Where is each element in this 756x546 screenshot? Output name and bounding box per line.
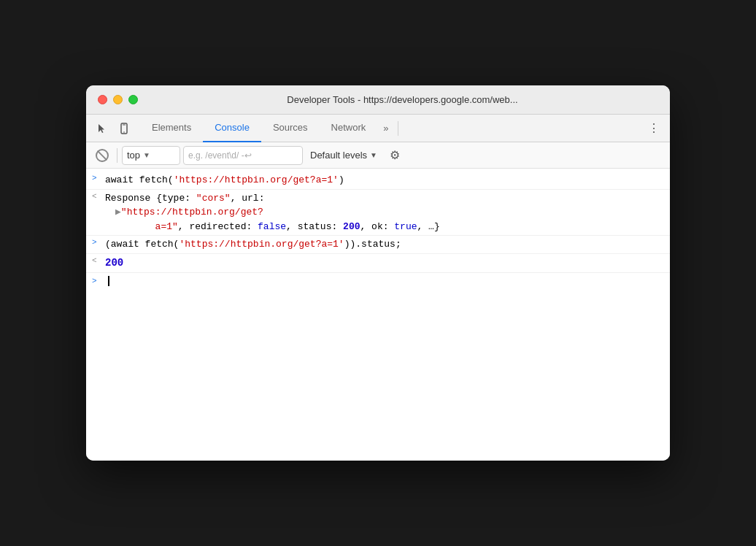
mobile-icon[interactable] [114,118,134,139]
console-output-4: 200 [105,255,664,271]
console-row-2: < Response {type: "cors", url: ▶"https:/… [86,190,670,237]
context-selector[interactable]: top ▼ [122,146,180,165]
context-arrow: ▼ [143,151,150,159]
console-row-1: > await fetch('https://httpbin.org/get?a… [86,172,670,190]
levels-arrow: ▼ [370,151,377,159]
traffic-lights [98,95,138,104]
tab-elements[interactable]: Elements [140,115,203,142]
levels-button[interactable]: Default levels ▼ [306,146,382,165]
tab-menu-button[interactable]: ⋮ [644,118,664,139]
window-title: Developer Tools - https://developers.goo… [147,94,658,105]
minimize-button[interactable] [113,95,123,104]
console-output-2: Response {type: "cors", url: ▶"https://h… [105,191,664,234]
console-input-1: await fetch('https://httpbin.org/get?a=1… [105,173,664,188]
input-arrow-1: > [92,173,105,182]
titlebar: Developer Tools - https://developers.goo… [86,85,670,115]
tabs-bar: Elements Console Sources Network » ⋮ [86,115,670,142]
console-input-3: (await fetch('https://httpbin.org/get?a=… [105,237,664,252]
output-arrow-4: < [92,255,105,265]
filter-input[interactable] [188,150,298,161]
console-output: > await fetch('https://httpbin.org/get?a… [86,169,670,461]
response-line-1: Response {type: "cors", url: [105,191,664,206]
prompt-arrow: > [92,276,105,285]
cursor-icon[interactable] [92,118,112,139]
tab-more-button[interactable]: » [377,115,394,142]
response-line-2: ▶"https://httpbin.org/get? a=1", redirec… [105,205,664,234]
clear-console-button[interactable] [92,145,112,166]
console-row-4: < 200 [86,254,670,273]
result-value: 200 [105,257,123,269]
settings-button[interactable]: ⚙ [385,145,405,166]
console-row-3: > (await fetch('https://httpbin.org/get?… [86,236,670,254]
output-arrow-2: < [92,191,105,201]
tab-network[interactable]: Network [320,115,378,142]
toolbar-divider [117,148,117,163]
console-toolbar: top ▼ Default levels ▼ ⚙ [86,142,670,169]
maximize-button[interactable] [128,95,138,104]
expand-arrow[interactable]: ▶ [115,207,121,218]
no-entry-icon [96,149,109,162]
filter-input-wrapper [183,146,303,165]
devtools-window: Developer Tools - https://developers.goo… [86,85,670,461]
tab-console[interactable]: Console [203,115,261,142]
tab-separator [398,121,398,136]
cursor [108,276,109,286]
gear-icon: ⚙ [390,148,400,162]
close-button[interactable] [98,95,107,104]
input-arrow-3: > [92,237,105,247]
tab-sources[interactable]: Sources [261,115,320,142]
console-prompt-row: > [86,273,670,289]
svg-point-1 [123,131,125,133]
tab-icons [92,118,134,139]
